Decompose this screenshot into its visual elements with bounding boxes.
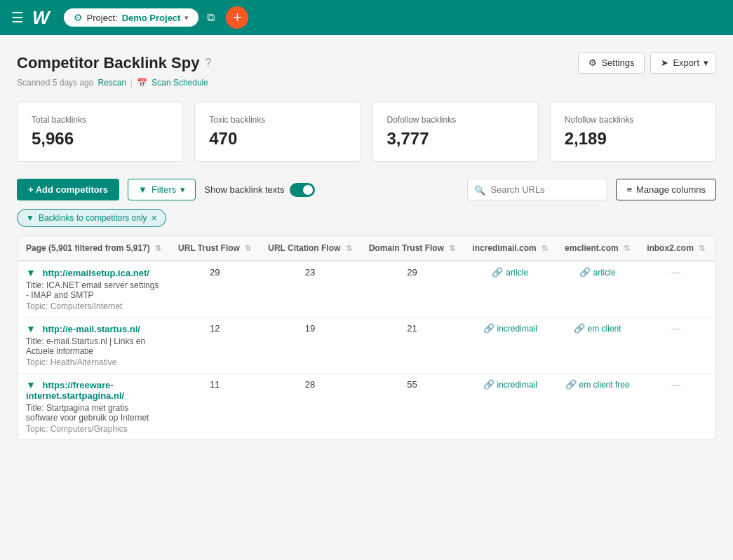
column-header-inbox2[interactable]: inbox2.com ⇅ — [638, 236, 713, 261]
calendar-icon: 📅 — [137, 78, 147, 88]
cell-incredimail[interactable]: 🔗incredimail — [464, 317, 556, 374]
cell-emclient[interactable]: 🔗em client — [556, 317, 638, 374]
link-label: article — [506, 268, 528, 278]
dofollow-backlinks-value: 3,777 — [387, 129, 524, 149]
add-competitors-button[interactable]: + Add competitors — [17, 179, 119, 200]
search-input[interactable] — [467, 179, 607, 200]
filter-tag-label: Backlinks to competitors only — [39, 213, 147, 223]
manage-columns-label: Manage columns — [636, 184, 706, 195]
link-label: article — [593, 268, 616, 278]
row-expander-icon[interactable]: ▼ — [26, 379, 36, 390]
top-navigation: ☰ W ⚙ Project: Demo Project ▾ ⧉ + — [0, 0, 733, 35]
settings-button[interactable]: ⚙ Settings — [578, 52, 645, 74]
project-name: Demo Project — [122, 13, 181, 23]
toxic-backlinks-card: Toxic backlinks 470 — [194, 102, 361, 162]
link-label: em client free — [579, 380, 630, 390]
search-wrapper: 🔍 — [467, 179, 607, 200]
export-arrow-icon: ▾ — [704, 57, 708, 68]
link-label: em client — [588, 324, 621, 334]
row-url-link[interactable]: http://e-mail.startus.nl/ — [42, 324, 140, 334]
export-button[interactable]: ➤ Export ▾ — [650, 52, 716, 74]
column-header-domain-trust-flow[interactable]: Domain Trust Flow ⇅ — [361, 236, 464, 261]
row-expander-icon[interactable]: ▼ — [26, 323, 36, 334]
row-title: Title: ICA.NET email server settings - I… — [26, 280, 161, 300]
cell-url_citation_flow: 19 — [260, 317, 360, 374]
sort-icon: ⇅ — [155, 244, 161, 252]
cell-domain_trust_flow: 55 — [361, 374, 464, 440]
link-label: incredimail — [497, 380, 537, 390]
page-cell: ▼ http://emailsetup.ica.net/ Title: ICA.… — [18, 261, 170, 317]
logo: W — [32, 7, 50, 29]
column-header-url-citation-flow[interactable]: URL Citation Flow ⇅ — [260, 236, 360, 261]
cell-emailtray[interactable]: Processed ▾ — [713, 317, 716, 374]
cell-emailtray[interactable]: Useful backlink ▾ — [713, 261, 716, 317]
manage-columns-button[interactable]: ≡ Manage columns — [616, 179, 716, 200]
link-icon: 🔗 — [483, 379, 495, 390]
filters-button[interactable]: ▼ Filters ▾ — [128, 179, 196, 200]
filters-arrow-icon: ▾ — [180, 184, 185, 195]
settings-icon: ⚙ — [589, 57, 597, 68]
link-icon: 🔗 — [579, 267, 591, 278]
sort-icon: ⇅ — [542, 244, 548, 252]
column-header-incredimail[interactable]: incredimail.com ⇅ — [464, 236, 556, 261]
cell-emclient[interactable]: 🔗em client free — [556, 374, 638, 440]
link-icon: 🔗 — [574, 323, 585, 334]
external-link-icon[interactable]: ⧉ — [207, 11, 215, 24]
page-title-row: Competitor Backlink Spy ? — [17, 54, 211, 72]
cell-incredimail[interactable]: 🔗incredimail — [464, 374, 556, 440]
cell-inbox2: — — [638, 261, 713, 317]
main-content: Competitor Backlink Spy ? ⚙ Settings ➤ E… — [0, 35, 733, 560]
cell-inbox2: — — [638, 374, 713, 440]
link-icon: 🔗 — [483, 323, 495, 334]
scan-info: Scanned 5 days ago Rescan | 📅 Scan Sched… — [17, 78, 716, 88]
page-cell: ▼ https://freeware-internet.startpagina.… — [18, 374, 170, 440]
rescan-link[interactable]: Rescan — [97, 78, 126, 88]
row-topic: Topic: Health/Alternative — [26, 357, 161, 367]
close-icon[interactable]: × — [152, 212, 157, 224]
scanned-text: Scanned 5 days ago — [17, 78, 93, 88]
row-expander-icon[interactable]: ▼ — [26, 267, 36, 278]
toxic-backlinks-value: 470 — [209, 129, 346, 149]
sort-icon: ⇅ — [624, 244, 630, 252]
cell-incredimail[interactable]: 🔗article — [464, 261, 556, 317]
project-label: Project: — [87, 13, 118, 23]
table-row: ▼ http://emailsetup.ica.net/ Title: ICA.… — [18, 261, 716, 317]
row-topic: Topic: Computers/Graphics — [26, 424, 161, 434]
help-icon[interactable]: ? — [205, 57, 211, 69]
cell-domain_trust_flow: 21 — [361, 317, 464, 374]
separator: | — [130, 78, 133, 88]
column-header-url-trust-flow[interactable]: URL Trust Flow ⇅ — [170, 236, 260, 261]
cell-domain_trust_flow: 29 — [361, 261, 464, 317]
filter-tag-competitors[interactable]: ▼ Backlinks to competitors only × — [17, 209, 166, 227]
row-url-link[interactable]: https://freeware-internet.startpagina.nl… — [26, 380, 124, 401]
nofollow-backlinks-label: Nofollow backlinks — [565, 115, 701, 125]
table-row: ▼ http://e-mail.startus.nl/ Title: e-mai… — [18, 317, 716, 374]
export-icon: ➤ — [661, 57, 668, 68]
hamburger-menu-icon[interactable]: ☰ — [11, 9, 24, 26]
cell-inbox2: — — [638, 317, 713, 374]
settings-label: Settings — [601, 57, 634, 68]
project-icon: ⚙ — [74, 12, 83, 23]
column-header-emclient[interactable]: emclient.com ⇅ — [556, 236, 638, 261]
table-row: ▼ https://freeware-internet.startpagina.… — [18, 374, 716, 440]
column-header-emailtray[interactable]: emailtray.com ⇅ — [713, 236, 716, 261]
scan-schedule-link[interactable]: Scan Schedule — [152, 78, 208, 88]
column-header-page[interactable]: Page (5,901 filtered from 5,917) ⇅ — [18, 236, 170, 261]
toxic-backlinks-label: Toxic backlinks — [209, 115, 346, 125]
cell-emailtray[interactable]: Useful backlink ▾ — [713, 374, 716, 440]
show-backlink-toggle[interactable] — [290, 183, 315, 197]
project-selector[interactable]: ⚙ Project: Demo Project ▾ — [64, 8, 199, 27]
filter-icon-small: ▼ — [26, 213, 34, 223]
backlinks-table-container: Page (5,901 filtered from 5,917) ⇅ URL T… — [17, 235, 716, 440]
dofollow-backlinks-card: Dofollow backlinks 3,777 — [372, 102, 539, 162]
show-backlink-toggle-row: Show backlink texts — [204, 183, 315, 197]
filters-label: Filters — [152, 184, 176, 195]
dofollow-backlinks-label: Dofollow backlinks — [387, 115, 524, 125]
row-url-link[interactable]: http://emailsetup.ica.net/ — [42, 268, 149, 278]
row-title: Title: Startpagina met gratis software v… — [26, 403, 161, 423]
page-cell: ▼ http://e-mail.startus.nl/ Title: e-mai… — [18, 317, 170, 374]
cell-url_trust_flow: 12 — [170, 317, 260, 374]
add-project-button[interactable]: + — [226, 6, 248, 29]
cell-emclient[interactable]: 🔗article — [556, 261, 638, 317]
table-header-row: Page (5,901 filtered from 5,917) ⇅ URL T… — [18, 236, 716, 261]
